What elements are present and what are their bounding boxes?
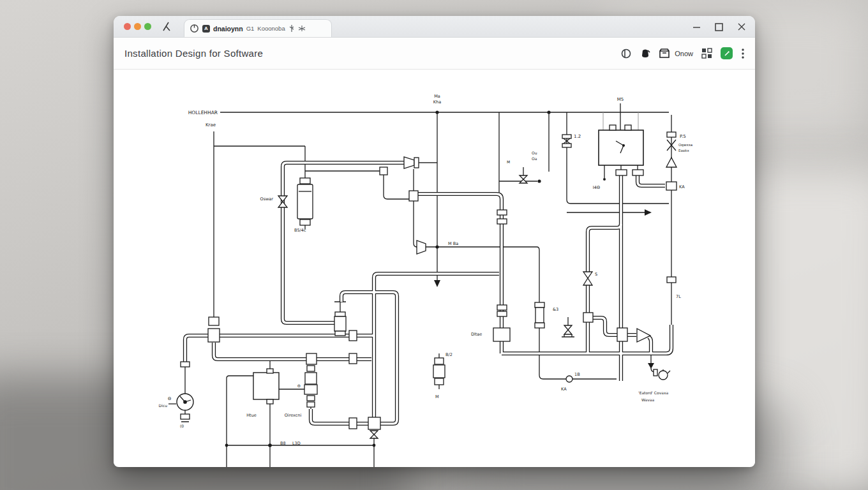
check-valve <box>666 158 677 167</box>
control-unit <box>599 130 643 165</box>
kebab-menu-icon[interactable] <box>741 48 745 59</box>
pipe-tag-label: L3D <box>292 441 301 446</box>
pipe-tag-label: M Ba <box>448 241 458 246</box>
equipment-box <box>253 373 279 399</box>
pipe-tag-label: B5/4c <box>294 228 306 233</box>
diagram-canvas[interactable]: HOLLEHHARKraeMaKha1.2M5P.5OqwxxaEookxKA7… <box>114 70 755 467</box>
back-arrow-icon[interactable] <box>161 20 174 33</box>
pipe-tag-label: Dltae <box>471 332 482 337</box>
close-button[interactable] <box>737 22 746 31</box>
pipe-tag-label: Ma <box>434 94 440 99</box>
pipe-tag-label: I4Θ <box>593 185 600 190</box>
pipe-tag-label: Kha <box>433 100 441 105</box>
tab-subtitle: Kooonoba <box>257 25 285 32</box>
tab-pin-icon <box>288 24 295 33</box>
archive-icon[interactable] <box>659 48 670 59</box>
ball-valve <box>566 376 572 382</box>
pipe-tag-label: Θ <box>297 383 301 388</box>
app-window: A dnaioynn G1 Kooonoba Installation Desi <box>114 16 755 466</box>
title-bar[interactable]: A dnaioynn G1 Kooonoba <box>114 16 755 38</box>
ball-valve <box>535 308 544 323</box>
pipe-tag-label: B/2 <box>445 352 453 357</box>
history-icon[interactable] <box>621 48 632 59</box>
fill-tool-icon[interactable] <box>640 48 650 59</box>
pipe-tag-label: Oa <box>532 156 537 161</box>
pipe-tag-label: KA <box>561 387 567 392</box>
reducer <box>404 157 414 168</box>
check-valve <box>583 272 592 285</box>
pipe-tag-label: 7L <box>676 294 681 299</box>
pipe-tag-label: P.5 <box>680 134 686 139</box>
pipe-tag-label: Ou <box>532 151 537 155</box>
pipe-tag-label: 1B <box>574 372 580 377</box>
pipe-tag-label: Θ <box>168 396 171 401</box>
toolbar: Installation Design for Software Onow <box>114 38 755 70</box>
pipe-tag-label: Eookx <box>678 149 689 152</box>
profile-button[interactable] <box>721 47 733 59</box>
pipe-tag-label: 1.2 <box>574 134 581 139</box>
pipe-tag-label: &3 <box>553 307 558 312</box>
tab-title: dnaioynn <box>213 25 243 33</box>
piping-diagram: HOLLEHHARKraeMaKha1.2M5P.5OqwxxaEookxKA7… <box>114 70 755 467</box>
pipe-tag-label: M <box>507 160 510 164</box>
pipe-tag-label: M <box>435 394 439 399</box>
tab-prefix: G1 <box>246 25 255 32</box>
pipe-tag-label: Oqwxxa <box>678 143 692 147</box>
pipe-tag-label: B8 <box>280 441 286 446</box>
maximize-button[interactable] <box>715 23 723 31</box>
page-title: Installation Design for Software <box>124 48 263 59</box>
pipe-tag-label: M5 <box>617 97 624 102</box>
tab-extension-icon <box>298 24 306 33</box>
butterfly-valve <box>278 196 287 207</box>
reducer <box>417 241 426 254</box>
eductor <box>637 329 650 342</box>
pipe-tag-label: KA <box>679 184 685 189</box>
minimize-button[interactable] <box>692 23 701 31</box>
fittings <box>177 125 677 438</box>
globe-valve <box>334 316 346 331</box>
pen-icon <box>723 50 731 57</box>
browser-tab[interactable]: A dnaioynn G1 Kooonoba <box>184 19 332 37</box>
pipe-tag-label: S <box>595 272 597 277</box>
pump-small <box>659 371 668 380</box>
tab-favicon-icon <box>190 24 199 33</box>
close-traffic-light[interactable] <box>124 23 131 30</box>
pipe-tag-label: Krae <box>206 122 216 128</box>
apps-grid-icon[interactable] <box>701 48 712 59</box>
vessel-flange <box>300 178 310 184</box>
pipe-tag-label: Dicu <box>159 403 168 408</box>
zoom-traffic-light[interactable] <box>144 23 151 30</box>
minimize-traffic-light[interactable] <box>134 23 141 30</box>
pipe-tag-label: Oirexcni <box>285 413 302 418</box>
pipe-tag-label: (0 <box>180 424 184 428</box>
tab-badge-icon: A <box>202 25 210 33</box>
pipe-tag-label: Wavaa <box>641 397 654 402</box>
pipe-lines <box>168 103 671 467</box>
pipe-tag-label: HOLLEHHAR <box>188 110 218 115</box>
vessel <box>297 184 313 219</box>
pipe-tag-label: Htue <box>246 413 257 418</box>
pipe-tag-label: Oswar <box>260 197 274 202</box>
pipe-tag-label: 'Eatord' Covaxa <box>638 390 669 395</box>
share-label[interactable]: Onow <box>675 50 693 57</box>
tee-block <box>368 417 380 429</box>
